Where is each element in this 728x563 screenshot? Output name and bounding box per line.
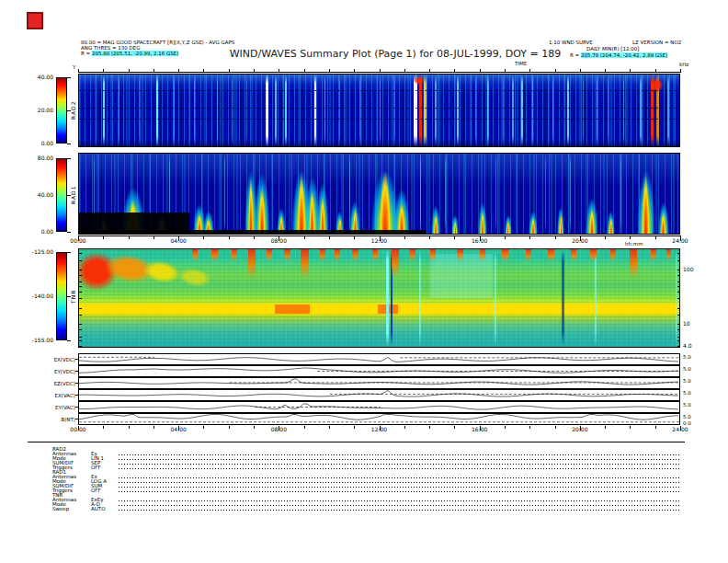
burst-column [275,75,277,146]
hour-tick [404,69,405,72]
burst-plume-core [481,205,484,234]
top-red-streak [267,249,272,261]
hour-tick [254,236,255,239]
tnr-right-minor-tick [677,337,680,338]
region-patch [275,304,310,315]
header-right-dailymin: DAILY MIN(R) [12:00] [586,46,639,52]
strip-left-tick [75,359,78,360]
top-red-streak [610,249,616,261]
burst-column [667,75,669,146]
footer-row-value: OFF [91,488,119,493]
corner-red-marker [27,12,43,29]
rad1-spectrogram [78,153,680,235]
tnr-left-minor-tick [79,292,82,293]
strip-left-tick [75,371,78,372]
dotted-leader [119,464,681,465]
top-red-streak [571,249,576,261]
burst-plume-core [398,194,405,235]
hour-tick [404,426,405,429]
colorbar-tick-label: 0.00 [26,229,53,235]
colorbar-tick-label: 20.00 [26,108,53,113]
strip-left-tick [75,419,78,419]
rad2-panel-label: RAD2 [70,98,77,123]
hour-tick [329,426,330,429]
colorbar-tick-label: 40.00 [26,75,53,80]
waves-summary-plot: 80.00 = MAG GOOD SPACECRAFT [R](X,Y,Z GS… [0,0,728,563]
hour-tick [529,69,530,72]
tnr-left-minor-tick [79,337,82,338]
khz-unit-label: kHz [679,62,688,67]
dotted-leader [119,491,681,492]
burst-column [595,249,597,347]
tnr-panel-label: TNR [70,283,77,309]
hour-tick [555,69,556,72]
strip-panel [78,365,680,377]
tnr-left-minor-tick [79,282,82,282]
footer-separator-line [28,442,685,442]
burst-column [445,154,446,234]
burst-column [457,75,459,146]
top-red-streak [392,249,399,277]
burst-plume-core [609,213,613,234]
colorbar-tick [67,340,71,341]
tnr-left-minor-tick [79,324,82,325]
hour-tick [103,69,104,72]
burst-column [570,154,571,234]
time-tick-label: 16:00 [469,238,491,244]
r-label: R = [81,51,92,56]
hour-tick [605,236,606,239]
tnr-right-minor-tick [677,324,680,325]
tnr-right-minor-tick [677,340,680,341]
burst-plume-core [661,206,665,234]
strip-panel [78,413,680,425]
burst-column [640,75,642,146]
time-tick-label: 24:00 [669,238,691,244]
burst-column [545,154,546,234]
dotted-leader [119,454,681,455]
tnr-right-minor-tick [677,308,680,309]
strip-left-tick [75,395,78,396]
hour-tick [103,236,104,239]
burst-plume-core [379,154,392,234]
strip-panel [78,401,680,413]
burst-column [562,249,564,347]
burst-column [194,75,195,146]
burst-column [487,75,489,146]
hour-tick [229,236,230,239]
footer-row-value: OFF [91,465,119,470]
top-red-streak [666,249,671,261]
top-red-streak [232,249,237,261]
top-red-streak [630,249,637,279]
burst-plume-core [642,157,650,234]
time-tick-label: 20:00 [569,427,591,432]
time-tick-label: 04:00 [167,238,189,244]
hour-tick [505,236,506,239]
instrument-mode-footer: RAD2AntennasEyModeLIN 1SUM/DIFSEPTrigger… [52,447,681,511]
burst-column [246,75,247,146]
strip-trace [79,378,679,388]
colorbar-tick-label: 0.00 [26,141,53,146]
burst-column [386,249,389,347]
time-tick-label: 20:00 [569,238,591,244]
hour-tick [454,426,455,429]
time-tick-label: 16:00 [469,427,491,432]
hour-tick [655,426,656,429]
burst-plume-core [589,201,595,234]
page-title: WIND/WAVES Summary Plot (Page 1) for 08-… [165,48,625,60]
colorbar-tick [67,144,71,144]
hour-tick [655,69,656,72]
hour-tick [229,69,230,72]
top-red-streak [352,249,358,261]
colorbar-tick-label: 80.00 [26,155,53,161]
top-red-streak [410,249,415,261]
tnr-left-minor-tick [79,270,82,270]
hour-tick [329,69,330,72]
strip-panel [78,389,680,401]
burst-column [339,75,340,146]
header-right-lz: LZ VERSION = NO2 [632,40,681,45]
top-axis-line [78,72,681,73]
hour-tick [505,69,506,72]
hour-tick [78,69,79,72]
burst-column [119,75,119,146]
tnr-left-minor-tick [79,308,82,309]
